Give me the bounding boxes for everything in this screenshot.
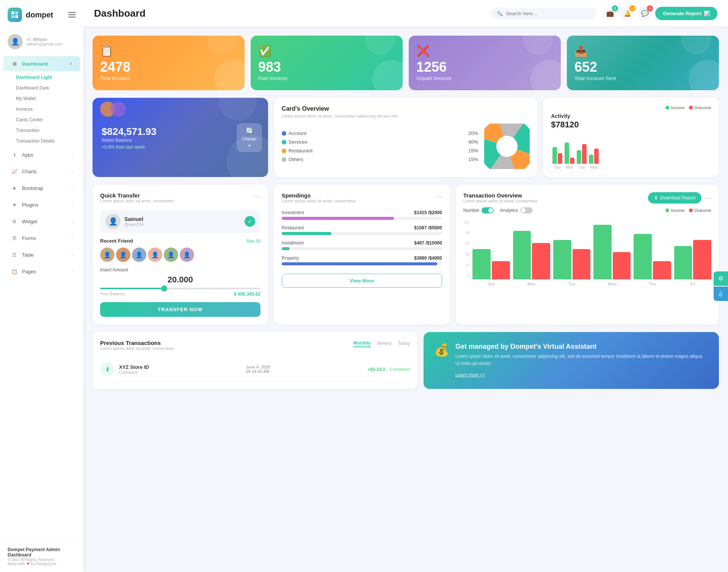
tx-legend: Income Outcome (665, 208, 711, 213)
middle-row: $824,571.93 Wallet Balance +0.8% than la… (93, 98, 719, 177)
chevron-down-icon: ▼ (69, 62, 73, 66)
virtual-assistant-card: 💰 Get managed by Dompet's Virtual Assist… (424, 332, 719, 389)
overview-row-others: Others 15% (282, 157, 478, 162)
topbar: Dashboard 🔍 💼 2 🔔 12 💬 5 (83, 0, 728, 27)
sidebar-item-pages[interactable]: 📋 Pages › (3, 264, 80, 279)
friend-avatar-6[interactable]: 👤 (180, 248, 194, 262)
logo-area: dompet (0, 0, 83, 28)
chat-icon-btn[interactable]: 💬 5 (638, 6, 652, 20)
widget-icon: ⚙ (11, 218, 18, 225)
spending-bar-fill-property (282, 262, 437, 265)
color-float-button[interactable]: 💧 (714, 287, 728, 301)
transfer-user-info: Samuel @sam224 (124, 216, 143, 227)
hamburger-menu[interactable] (68, 12, 76, 17)
chevron-right-icon: › (72, 169, 73, 174)
main-area: Dashboard 🔍 💼 2 🔔 12 💬 5 (83, 0, 728, 572)
others-pct: 15% (468, 157, 478, 162)
see-all-link[interactable]: See All (246, 238, 260, 244)
table-icon: ☰ (11, 251, 18, 259)
transfer-now-button[interactable]: TRANSFER NOW (100, 302, 260, 317)
sidebar-sub-item-transaction[interactable]: Transaction (0, 125, 83, 136)
sidebar-item-widget[interactable]: ⚙ Widget › (3, 214, 80, 229)
slider-fill (100, 288, 164, 289)
amount-value: 20.000 (100, 275, 260, 285)
bell-icon-btn[interactable]: 🔔 12 (620, 6, 635, 20)
amount-slider[interactable] (100, 288, 260, 289)
tab-weekly[interactable]: Weekly (377, 340, 392, 347)
search-box[interactable]: 🔍 (491, 8, 597, 19)
wallet-icon-btn[interactable]: 💼 2 (603, 6, 617, 20)
dot-account (282, 131, 286, 136)
sidebar-item-table[interactable]: ☰ Table › (3, 247, 80, 262)
svg-rect-3 (15, 15, 18, 18)
slider-thumb (161, 285, 167, 291)
friend-avatar-5[interactable]: 👤 (164, 248, 178, 262)
table-row: ⬇ XYZ Store ID Cashback June 4, 2020 05:… (100, 357, 410, 381)
va-desc: Lorem ipsum dolor sit amet, consectetur … (455, 353, 708, 367)
tab-monthly[interactable]: Monthly (353, 340, 371, 347)
x-label-wed: Wed (589, 165, 599, 169)
search-input[interactable] (506, 11, 582, 16)
tx-title: Transaction Overview (463, 192, 538, 199)
change-button[interactable]: 🔄 Change ▾ (237, 123, 262, 152)
pages-icon: 📋 (11, 268, 18, 275)
sidebar-item-label: Widget (22, 219, 68, 224)
sidebar-item-label: Charts (22, 169, 68, 174)
user-greeting: Hi, William (27, 37, 62, 42)
tx-item-icon-cashback: ⬇ (100, 362, 115, 376)
transaction-overview-card: Transaction Overview Lorem ipsum dolor s… (456, 185, 719, 324)
tx-x-labels: Sun Mon Tue Wed Thu Fri (472, 282, 711, 286)
sidebar-sub-item-transaction-details[interactable]: Transaction Details (0, 136, 83, 146)
friend-avatar-3[interactable]: 👤 (132, 248, 146, 262)
va-learn-more-link[interactable]: Learn more >> (455, 372, 485, 378)
sidebar-sub-item-my-wallet[interactable]: My Wallet (0, 93, 83, 104)
bar-group-mon (565, 143, 574, 164)
toggle-analytics: Analytics (500, 207, 532, 213)
sidebar-item-forms[interactable]: 🖹 Forms › (3, 230, 80, 246)
sidebar-item-bootstrap[interactable]: ★ Bootstrap › (3, 180, 80, 196)
download-report-button[interactable]: ⬇ Download Report (648, 192, 701, 204)
prev-tx-header: Previous Transactions Lorem ipsum dolor … (100, 340, 410, 356)
chart-x-labels: Sun Mon Tue Wed (551, 165, 711, 169)
sidebar-item-charts[interactable]: 📈 Charts › (3, 164, 80, 179)
dot-services (282, 140, 286, 144)
friend-avatar-4[interactable]: 👤 (148, 248, 162, 262)
unpaid-invoices-icon: ❌ (416, 45, 553, 57)
tab-today[interactable]: Today (398, 340, 410, 347)
tx-chart-wrapper: 100 80 60 40 20 0 (463, 219, 711, 286)
sidebar-sub-item-invoices[interactable]: Invoices (0, 104, 83, 114)
tx-item-info: XYZ Store ID Cashback (119, 364, 149, 375)
spending-bar-bg-investment (282, 217, 442, 220)
sidebar-item-dashboard[interactable]: ⊞ Dashboard ▼ (3, 56, 80, 71)
prev-tx-tabs: Monthly Weekly Today (353, 340, 410, 347)
bar-wed-outcome-lg (613, 252, 631, 279)
spending-header-investment: Investment $1415 /$2000 (282, 210, 442, 215)
sidebar-sub-item-dashboard-light[interactable]: Dashboard Light (0, 72, 83, 83)
overview-content: Account 20% Services 40% Restaurant 15% (282, 124, 530, 169)
generate-report-button[interactable]: Generate Report 📊 (655, 7, 717, 20)
prev-tx-title: Previous Transactions (100, 340, 174, 346)
income-dot (665, 106, 669, 110)
wallet-bubble2 (219, 98, 257, 121)
bar-fri-income-lg (674, 246, 692, 279)
quick-transfer-more-btn[interactable]: ⋯ (254, 192, 260, 201)
activity-amount: $78120 (551, 120, 711, 130)
sidebar-item-plugins[interactable]: ♥ Plugins › (3, 197, 80, 212)
sidebar-sub-item-cards-center[interactable]: Cards Center (0, 114, 83, 125)
spending-bar-bg-property (282, 262, 442, 265)
settings-float-button[interactable]: ⚙ (714, 271, 728, 286)
sidebar-sub-item-dashboard-dark[interactable]: Dashboard Dark (0, 83, 83, 93)
friend-avatar-2[interactable]: 👤 (116, 248, 130, 262)
view-more-button[interactable]: View More (282, 274, 442, 288)
number-toggle[interactable] (482, 207, 494, 213)
tx-more-btn[interactable]: ⋯ (704, 194, 711, 202)
sidebar-item-label: Apps (22, 152, 68, 158)
analytics-toggle[interactable] (520, 207, 532, 213)
bar-wed-income-lg (593, 225, 612, 279)
spending-bar-bg-installment (282, 247, 442, 250)
spendings-more-btn[interactable]: ⋯ (435, 192, 442, 201)
friend-avatar-1[interactable]: 👤 (100, 248, 115, 262)
sidebar-item-apps[interactable]: ℹ Apps › (3, 147, 80, 162)
x-label-sun-lg: Sun (472, 282, 510, 286)
insert-amount-label: Insert Amount (100, 267, 260, 273)
